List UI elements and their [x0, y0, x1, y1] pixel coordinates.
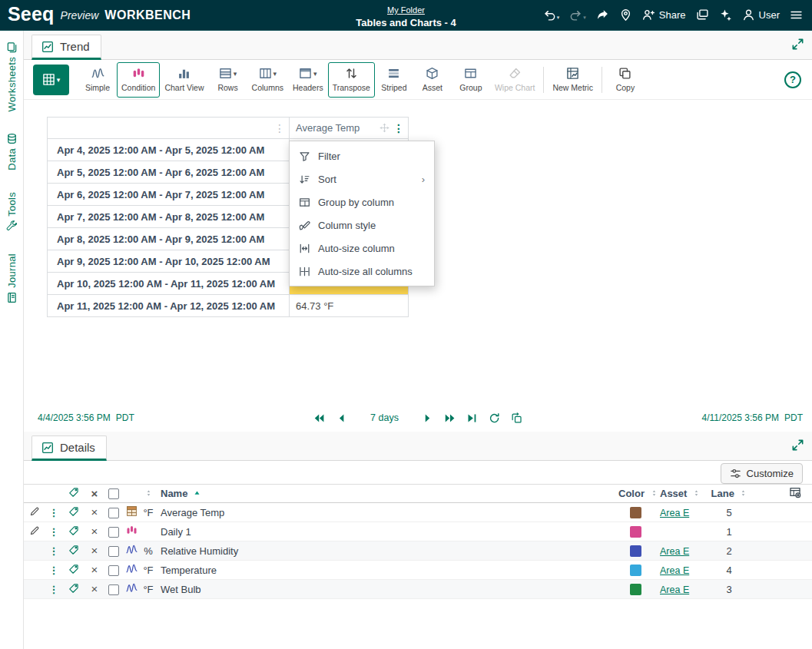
menu-item-filter[interactable]: Filter [290, 144, 434, 167]
step-forward-icon[interactable] [422, 412, 433, 424]
row-menu-icon[interactable]: ⋮ [49, 565, 59, 576]
row-checkbox[interactable] [108, 584, 119, 595]
help-button[interactable]: ? [784, 71, 801, 88]
item-name[interactable]: Temperature [157, 561, 618, 580]
remove-all-icon[interactable]: × [91, 487, 98, 500]
menu-item-column-style[interactable]: Column style [290, 214, 434, 237]
refresh-icon[interactable] [489, 412, 500, 424]
forward-arrow-icon[interactable] [596, 8, 609, 22]
edit-pencil-icon[interactable] [29, 506, 40, 517]
row-checkbox[interactable] [108, 508, 119, 518]
sort-toggle-icon[interactable] [145, 488, 152, 498]
row-menu-icon[interactable]: ⋮ [49, 545, 59, 557]
capsule-range-cell[interactable]: Apr 4, 2025 12:00 AM - Apr 5, 2025 12:00… [48, 139, 290, 161]
customize-button[interactable]: Customize [721, 463, 803, 484]
remove-icon[interactable]: × [91, 563, 98, 576]
capsule-range-cell[interactable]: Apr 9, 2025 12:00 AM - Apr 10, 2025 12:0… [48, 250, 290, 273]
undo-button[interactable]: ▾ [543, 8, 560, 22]
capsule-range-cell[interactable]: Apr 10, 2025 12:00 AM - Apr 11, 2025 12:… [48, 273, 290, 295]
tag-all-icon[interactable] [68, 487, 79, 498]
remove-icon[interactable]: × [91, 582, 98, 595]
presentation-mode-icon[interactable] [696, 8, 709, 22]
sidebar-item-worksheets[interactable]: Worksheets [6, 41, 18, 111]
capsule-range-cell[interactable]: Apr 6, 2025 12:00 AM - Apr 7, 2025 12:00… [48, 184, 290, 206]
user-menu[interactable]: User [742, 8, 780, 22]
color-swatch[interactable] [630, 526, 641, 538]
row-menu-icon[interactable]: ⋮ [49, 507, 59, 518]
ai-assistant-icon[interactable] [719, 8, 732, 22]
remove-icon[interactable]: × [91, 544, 98, 557]
value-column-header[interactable]: Average Temp ⋮ [290, 118, 409, 139]
item-name[interactable]: Wet Bulb [157, 580, 618, 599]
sort-toggle-icon[interactable] [740, 488, 747, 498]
row-checkbox[interactable] [108, 565, 119, 576]
item-tag-icon[interactable] [68, 525, 79, 536]
duration-label[interactable]: 7 days [370, 412, 399, 423]
menu-item-auto-size-all-columns[interactable]: Auto-size all columns [290, 260, 434, 283]
asset-link[interactable]: Area E [660, 565, 689, 576]
toolbar-button-condition[interactable]: Condition [117, 62, 160, 98]
details-expand-icon[interactable] [791, 439, 804, 452]
location-pin-icon[interactable] [619, 8, 632, 22]
row-checkbox[interactable] [108, 546, 119, 557]
table-settings-icon[interactable] [789, 486, 801, 498]
sidebar-item-data[interactable]: Data [6, 133, 18, 171]
sidebar-item-tools[interactable]: Tools [6, 192, 18, 232]
asset-link[interactable]: Area E [660, 546, 689, 557]
name-column-header[interactable]: Name [161, 488, 187, 499]
remove-icon[interactable]: × [91, 505, 98, 518]
step-forward-large-icon[interactable] [444, 412, 456, 424]
step-back-large-icon[interactable] [313, 412, 325, 424]
item-tag-icon[interactable] [68, 506, 79, 517]
color-swatch[interactable] [630, 584, 641, 595]
tab-trend[interactable]: Trend [31, 35, 101, 60]
color-swatch[interactable] [630, 565, 641, 576]
toolbar-button-chart-view[interactable]: Chart View [160, 62, 208, 98]
row-menu-icon[interactable]: ⋮ [49, 584, 59, 595]
toolbar-button-columns[interactable]: ▾Columns [247, 62, 288, 98]
remove-icon[interactable]: × [91, 525, 98, 538]
menu-item-auto-size-column[interactable]: Auto-size column [290, 237, 434, 260]
toolbar-button-headers[interactable]: ▾Headers [288, 62, 328, 98]
redo-button[interactable]: ▾ [569, 8, 586, 22]
breadcrumb[interactable]: My Folder [387, 5, 425, 15]
capsule-range-cell[interactable]: Apr 7, 2025 12:00 AM - Apr 8, 2025 12:00… [48, 206, 290, 228]
color-swatch[interactable] [630, 507, 641, 518]
toolbar-button-striped[interactable]: Striped [375, 62, 413, 98]
row-menu-icon[interactable]: ⋮ [49, 526, 59, 538]
capsule-range-cell[interactable]: Apr 11, 2025 12:00 AM - Apr 12, 2025 12:… [48, 295, 290, 317]
step-back-icon[interactable] [336, 412, 347, 424]
toolbar-button-simple[interactable]: Simple [78, 62, 117, 98]
toolbar-button-group[interactable]: Group [452, 62, 490, 98]
toolbar-button-new-metric[interactable]: New Metric [548, 62, 598, 98]
tab-details[interactable]: Details [31, 435, 107, 461]
step-to-now-icon[interactable] [466, 412, 478, 424]
item-name[interactable]: Relative Humidity [157, 541, 618, 561]
toolbar-button-asset[interactable]: Asset [413, 62, 452, 98]
trend-expand-icon[interactable] [791, 38, 804, 51]
toolbar-button-rows[interactable]: ▾Rows [209, 62, 247, 98]
color-swatch[interactable] [630, 545, 641, 557]
item-tag-icon[interactable] [68, 583, 79, 594]
edit-pencil-icon[interactable] [29, 525, 40, 536]
toolbar-button-copy[interactable]: Copy [606, 62, 645, 98]
capsule-range-cell[interactable]: Apr 8, 2025 12:00 AM - Apr 9, 2025 12:00… [48, 228, 290, 250]
row-header-menu-icon[interactable]: ⋮ [274, 122, 285, 134]
asset-link[interactable]: Area E [660, 584, 689, 595]
display-range-start[interactable]: 4/4/2025 3:56 PMPDT [24, 412, 134, 423]
row-checkbox[interactable] [108, 527, 119, 538]
value-cell[interactable]: 64.73 °F [290, 295, 409, 317]
sort-toggle-icon[interactable] [651, 488, 658, 498]
item-tag-icon[interactable] [68, 564, 79, 574]
hamburger-menu-icon[interactable] [790, 8, 803, 22]
asset-link[interactable]: Area E [660, 508, 689, 518]
table-view-button[interactable]: ▾ [33, 65, 69, 95]
toolbar-button-transpose[interactable]: Transpose [328, 62, 375, 98]
lane-column-header[interactable]: Lane [711, 488, 734, 499]
display-range-end[interactable]: 4/11/2025 3:56 PMPDT [701, 412, 812, 423]
share-button[interactable]: Share [642, 8, 686, 22]
color-column-header[interactable]: Color [618, 488, 645, 499]
capsule-range-cell[interactable]: Apr 5, 2025 12:00 AM - Apr 6, 2025 12:00… [48, 161, 290, 184]
asset-column-header[interactable]: Asset [660, 488, 687, 499]
item-tag-icon[interactable] [68, 545, 79, 555]
